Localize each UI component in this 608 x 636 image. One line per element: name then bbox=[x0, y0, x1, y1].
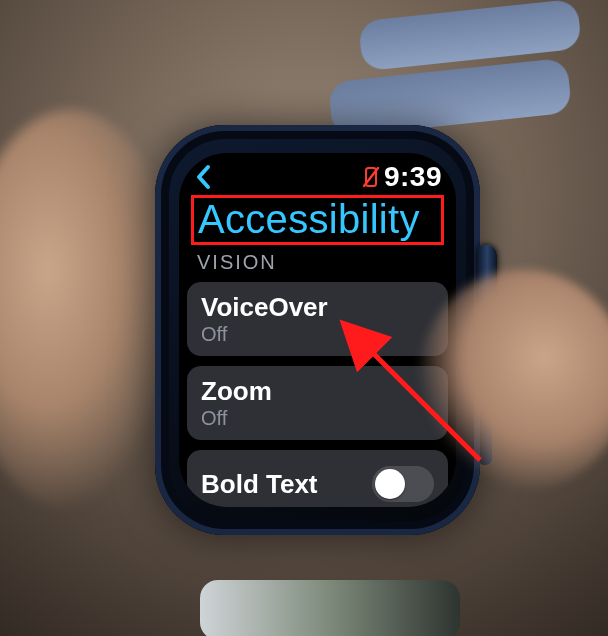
digital-crown[interactable] bbox=[477, 245, 497, 307]
back-button[interactable] bbox=[193, 161, 215, 193]
list-item-label: VoiceOver bbox=[201, 292, 434, 323]
status-bar: 9:39 bbox=[187, 161, 448, 193]
hand bbox=[0, 110, 180, 510]
list-item-voiceover[interactable]: VoiceOver Off bbox=[187, 282, 448, 356]
list-item-bold-text[interactable]: Bold Text bbox=[187, 450, 448, 507]
side-button[interactable] bbox=[480, 375, 492, 465]
list-item-label: Zoom bbox=[201, 376, 434, 407]
title-highlight-box: Accessibility bbox=[191, 195, 444, 245]
toggle-switch[interactable] bbox=[372, 466, 434, 502]
watch-case: 9:39 Accessibility VISION VoiceOver Off … bbox=[155, 125, 480, 535]
list-item-state: Off bbox=[201, 323, 434, 346]
list-item-zoom[interactable]: Zoom Off bbox=[187, 366, 448, 440]
chevron-left-icon bbox=[193, 161, 215, 193]
clock-time: 9:39 bbox=[384, 161, 442, 193]
list-item-state: Off bbox=[201, 407, 434, 430]
section-header-vision: VISION bbox=[197, 251, 444, 274]
phone-disconnected-icon bbox=[362, 166, 380, 188]
watch-screen: 9:39 Accessibility VISION VoiceOver Off … bbox=[179, 153, 456, 507]
scene: 9:39 Accessibility VISION VoiceOver Off … bbox=[0, 0, 608, 636]
page-title: Accessibility bbox=[198, 198, 437, 240]
list-item-label: Bold Text bbox=[201, 469, 318, 500]
watch-band bbox=[200, 580, 460, 636]
